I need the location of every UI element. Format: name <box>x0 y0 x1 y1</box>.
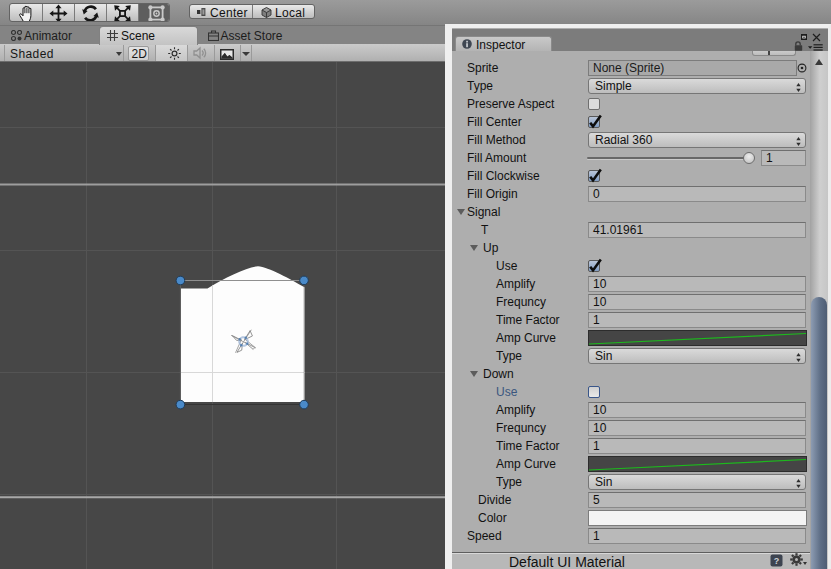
svg-text:?: ? <box>774 556 780 566</box>
